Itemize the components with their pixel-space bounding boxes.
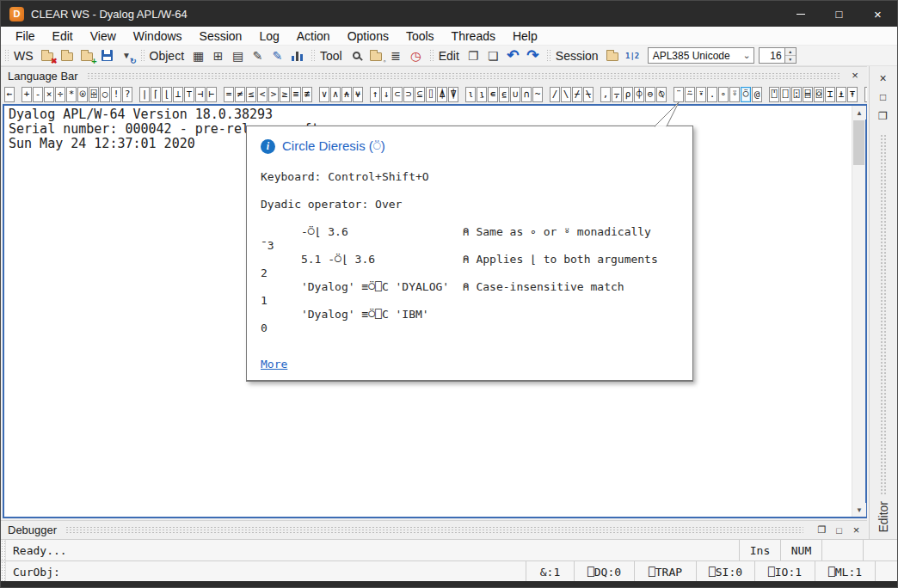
apl-key[interactable]: ⊣: [195, 87, 206, 102]
apl-key[interactable]: ⍸: [477, 87, 487, 102]
apl-key[interactable]: ⌽: [634, 87, 644, 102]
debugger-close-icon[interactable]: ×: [849, 524, 864, 537]
minimize-button[interactable]: [781, 1, 820, 27]
object-properties-icon[interactable]: ⊞: [208, 46, 228, 64]
menu-item[interactable]: View: [82, 27, 125, 45]
apl-key[interactable]: ⍒: [448, 87, 458, 102]
apl-key[interactable]: .: [707, 87, 717, 102]
apl-key[interactable]: ∘: [718, 87, 729, 102]
menu-item[interactable]: Help: [504, 27, 546, 45]
dock-maximize-icon[interactable]: □: [876, 89, 891, 104]
apl-key[interactable]: ⌺: [814, 87, 824, 102]
apl-key[interactable]: ∨: [319, 87, 329, 102]
apl-key[interactable]: @: [752, 87, 762, 102]
redo-icon[interactable]: ↷: [523, 46, 543, 64]
apl-key[interactable]: ∧: [330, 87, 341, 102]
copy-icon[interactable]: ❐: [464, 46, 483, 64]
paste-icon[interactable]: ❏: [483, 46, 503, 64]
session-load-icon[interactable]: [603, 46, 623, 64]
apl-key[interactable]: |: [139, 87, 150, 102]
language-bar-close-icon[interactable]: ×: [848, 69, 862, 83]
apl-key[interactable]: ⊃: [403, 87, 414, 102]
apl-key[interactable]: ⊂: [392, 87, 403, 102]
apl-key[interactable]: ⍪: [612, 87, 622, 102]
apl-key[interactable]: ¨: [674, 87, 684, 102]
maximize-button[interactable]: □: [820, 1, 858, 27]
debugger-maximize-icon[interactable]: □: [832, 524, 846, 537]
apl-key[interactable]: ⍲: [341, 87, 352, 102]
apl-key[interactable]: ⌶: [825, 87, 835, 102]
menu-item[interactable]: Windows: [125, 27, 191, 45]
scroll-up-icon[interactable]: ▲: [852, 106, 866, 119]
apl-key[interactable]: ⌊: [162, 87, 172, 102]
apl-key[interactable]: ⍟: [77, 87, 88, 102]
scrollbar-thumb[interactable]: [853, 120, 864, 165]
apl-key[interactable]: ∪: [510, 87, 520, 102]
spin-up-button[interactable]: ▲: [785, 48, 796, 56]
apl-key[interactable]: ⊆: [415, 87, 425, 102]
apl-key[interactable]: \: [561, 87, 571, 102]
edit-text-icon[interactable]: ✎: [268, 46, 287, 64]
apl-key[interactable]: ⊢: [206, 87, 217, 102]
apl-key[interactable]: ~: [532, 87, 543, 102]
apl-key[interactable]: ←: [4, 87, 15, 102]
apl-key[interactable]: ⍕: [847, 87, 858, 102]
apl-key[interactable]: ⍳: [465, 87, 476, 102]
menu-item[interactable]: Options: [339, 27, 397, 45]
apl-key[interactable]: =: [224, 87, 234, 102]
apl-key[interactable]: >: [268, 87, 279, 102]
ws-export-icon[interactable]: ▼↻: [117, 46, 137, 64]
print-icon[interactable]: ▤: [228, 46, 248, 64]
editor-tab[interactable]: Editor: [876, 501, 890, 533]
apl-key[interactable]: ,: [600, 87, 611, 102]
apl-key[interactable]: !: [111, 87, 121, 102]
apl-key[interactable]: ⍠: [791, 87, 802, 102]
apl-key[interactable]: +: [22, 87, 32, 102]
apl-key[interactable]: ⍋: [437, 87, 447, 102]
apl-key[interactable]: ⌷: [426, 87, 436, 102]
close-button[interactable]: ×: [858, 1, 897, 27]
apl-key[interactable]: ÷: [55, 87, 65, 102]
apl-key[interactable]: ∩: [521, 87, 532, 102]
apl-key[interactable]: ≢: [302, 87, 312, 102]
apl-key[interactable]: /: [550, 87, 560, 102]
apl-key[interactable]: ×: [44, 87, 54, 102]
ws-load-icon[interactable]: [58, 46, 77, 64]
edit-object-icon[interactable]: ✎: [248, 46, 268, 64]
apl-key[interactable]: ⍤: [729, 87, 740, 102]
apl-key[interactable]: ⍉: [656, 87, 667, 102]
spin-down-button[interactable]: ▼: [785, 56, 796, 63]
apl-key[interactable]: ⍞: [769, 87, 779, 102]
chart-wizard-icon[interactable]: [287, 46, 307, 64]
menu-item[interactable]: Threads: [443, 27, 504, 45]
apl-key[interactable]: ⍣: [696, 87, 706, 102]
apl-key[interactable]: ⍎: [836, 87, 846, 102]
apl-key[interactable]: ⍨: [685, 87, 695, 102]
apl-key[interactable]: ⍷: [499, 87, 509, 102]
apl-key[interactable]: ⌿: [572, 87, 582, 102]
language-bar-drag-handle[interactable]: [87, 72, 840, 80]
vertical-scrollbar[interactable]: ▲ ▼: [852, 106, 865, 517]
menu-item[interactable]: Edit: [44, 27, 82, 45]
object-explorer-icon[interactable]: ▦: [188, 46, 208, 64]
apl-key[interactable]: ↑: [370, 87, 380, 102]
ws-copy-icon[interactable]: +: [77, 46, 97, 64]
font-size-stepper[interactable]: 16 ▲ ▼: [759, 47, 797, 64]
apl-key[interactable]: <: [257, 87, 268, 102]
search-icon[interactable]: [347, 46, 366, 64]
more-link[interactable]: More: [261, 358, 287, 371]
apl-key[interactable]: ⌹: [89, 87, 99, 102]
apl-key[interactable]: ⍀: [583, 87, 594, 102]
menu-item[interactable]: Log: [250, 27, 287, 45]
apl-key[interactable]: ⊤: [184, 87, 194, 102]
menu-item[interactable]: Session: [191, 27, 251, 45]
status-window-icon[interactable]: ≣: [386, 46, 406, 64]
menu-item[interactable]: File: [7, 27, 44, 45]
ws-clear-icon[interactable]: ✖: [38, 46, 58, 64]
apl-key[interactable]: ≠: [235, 87, 245, 102]
apl-key[interactable]: ⍴: [623, 87, 633, 102]
font-family-select[interactable]: APL385 Unicode ⌄: [648, 47, 754, 64]
debugger-drag-handle[interactable]: [65, 526, 803, 534]
apl-key[interactable]: ↓: [381, 87, 391, 102]
dock-float-icon[interactable]: ❐: [876, 108, 891, 123]
